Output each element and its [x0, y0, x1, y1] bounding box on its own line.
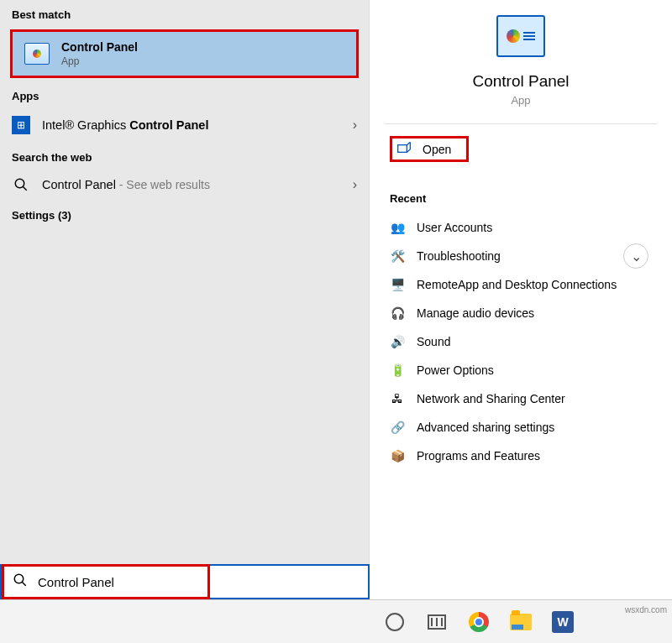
- open-icon: [397, 142, 411, 156]
- open-label: Open: [423, 143, 451, 156]
- programs-icon: 📦: [390, 448, 405, 463]
- troubleshooting-icon: 🛠️: [390, 248, 405, 264]
- sound-icon: 🔊: [390, 334, 405, 349]
- search-input[interactable]: [36, 574, 199, 590]
- sharing-icon: 🔗: [390, 420, 405, 435]
- chevron-right-icon[interactable]: ›: [353, 118, 357, 133]
- search-bar[interactable]: [0, 564, 370, 599]
- search-results-pane: Best match Control Panel App Apps ⊞ Inte…: [0, 0, 370, 599]
- recent-power-options[interactable]: 🔋Power Options: [370, 356, 672, 384]
- recent-label: Recent: [370, 174, 672, 213]
- search-web-label: Search the web: [0, 143, 369, 169]
- best-match-text: Control Panel App: [61, 40, 138, 67]
- control-panel-icon-large: [496, 15, 545, 57]
- preview-subtitle: App: [370, 94, 672, 107]
- intel-graphics-icon: ⊞: [12, 116, 30, 134]
- best-match-result[interactable]: Control Panel App: [10, 29, 359, 78]
- preview-title: Control Panel: [370, 72, 672, 91]
- file-explorer-icon[interactable]: [509, 610, 533, 634]
- watermark: wsxdn.com: [625, 605, 667, 614]
- control-panel-icon: [24, 43, 50, 65]
- taskbar: W: [0, 599, 672, 643]
- user-accounts-icon: 👥: [390, 220, 405, 235]
- best-match-subtitle: App: [61, 55, 138, 67]
- word-icon[interactable]: W: [551, 610, 575, 634]
- remote-desktop-icon: 🖥️: [390, 277, 405, 292]
- svg-line-1: [23, 186, 27, 191]
- cortana-icon[interactable]: [383, 610, 407, 634]
- audio-devices-icon: 🎧: [390, 306, 405, 321]
- chevron-right-icon[interactable]: ›: [353, 177, 357, 192]
- search-icon: [12, 177, 30, 192]
- preview-hero: Control Panel App: [370, 0, 672, 123]
- web-result[interactable]: Control Panel - See web results ›: [0, 169, 369, 201]
- best-match-title: Control Panel: [61, 40, 138, 54]
- recent-advanced-sharing[interactable]: 🔗Advanced sharing settings: [370, 413, 672, 442]
- svg-line-4: [22, 582, 26, 586]
- open-action-row: Open: [370, 124, 672, 174]
- recent-user-accounts[interactable]: 👥User Accounts: [370, 213, 672, 242]
- open-action[interactable]: Open: [390, 136, 469, 162]
- apps-result-text: Intel® Graphics Control Panel: [42, 118, 208, 132]
- recent-network-sharing[interactable]: 🖧Network and Sharing Center: [370, 384, 672, 413]
- preview-pane: Control Panel App Open ⌄ Recent 👥User Ac…: [370, 0, 672, 599]
- recent-remoteapp[interactable]: 🖥️RemoteApp and Desktop Connections: [370, 270, 672, 299]
- expand-button[interactable]: ⌄: [623, 243, 648, 269]
- best-match-label: Best match: [0, 0, 369, 26]
- web-result-text: Control Panel - See web results: [42, 178, 210, 191]
- chrome-icon[interactable]: [467, 610, 491, 634]
- search-icon: [13, 572, 28, 591]
- svg-point-0: [15, 179, 24, 188]
- apps-label: Apps: [0, 81, 369, 107]
- apps-result-intel-graphics[interactable]: ⊞ Intel® Graphics Control Panel ›: [0, 107, 369, 143]
- recent-programs-features[interactable]: 📦Programs and Features: [370, 442, 672, 470]
- svg-rect-2: [398, 145, 407, 153]
- settings-label[interactable]: Settings (3): [0, 201, 369, 227]
- power-options-icon: 🔋: [390, 363, 405, 378]
- task-view-icon[interactable]: [425, 610, 449, 634]
- recent-audio-devices[interactable]: 🎧Manage audio devices: [370, 299, 672, 327]
- svg-point-3: [14, 574, 24, 583]
- recent-sound[interactable]: 🔊Sound: [370, 327, 672, 356]
- network-icon: 🖧: [390, 391, 405, 406]
